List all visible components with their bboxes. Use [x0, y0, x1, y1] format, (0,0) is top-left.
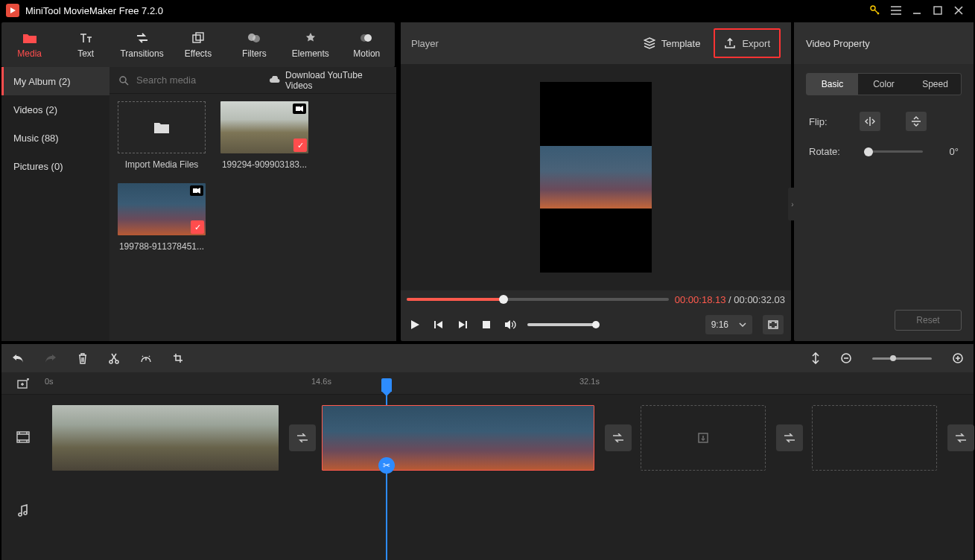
tab-label: Transitions	[120, 48, 163, 59]
media-label: 199788-911378451...	[117, 241, 206, 252]
sidebar-item-myalbum[interactable]: My Album (2)	[1, 67, 109, 95]
rotate-label: Rotate:	[809, 146, 851, 157]
play-button[interactable]	[408, 319, 422, 330]
tab-label: Motion	[353, 48, 380, 59]
volume-slider[interactable]	[527, 323, 596, 326]
properties-tabs: Basic Color Speed	[806, 73, 962, 95]
tab-filters[interactable]: Filters	[226, 22, 282, 67]
media-label: 199294-909903183...	[220, 159, 309, 170]
search-icon	[118, 75, 129, 86]
close-button[interactable]	[948, 0, 969, 21]
tab-media[interactable]: Media	[1, 22, 57, 67]
sidebar-item-pictures[interactable]: Pictures (0)	[1, 152, 109, 180]
transition-slot[interactable]	[289, 424, 316, 451]
aspect-ratio-select[interactable]: 9:16	[705, 315, 752, 334]
timeline-tracks[interactable]: ✂	[1, 395, 974, 560]
tab-elements[interactable]: Elements	[282, 22, 338, 67]
menu-icon[interactable]	[886, 0, 906, 21]
split-button[interactable]	[109, 352, 119, 364]
crop-button[interactable]	[173, 353, 183, 363]
split-indicator-icon[interactable]: ✂	[378, 457, 395, 474]
properties-panel: › Video Property Basic Color Speed Flip:…	[794, 22, 974, 341]
tab-color[interactable]: Color	[858, 74, 909, 95]
effects-icon	[192, 31, 204, 45]
tab-transitions[interactable]: Transitions	[114, 22, 170, 67]
aspect-value: 9:16	[711, 319, 728, 330]
svg-point-23	[115, 360, 118, 363]
transition-slot[interactable]	[776, 424, 803, 451]
flip-horizontal-button[interactable]	[860, 112, 880, 131]
template-button[interactable]: Template	[635, 31, 710, 55]
rotate-value: 0°	[936, 146, 959, 157]
fullscreen-button[interactable]	[763, 315, 784, 334]
transitions-icon	[136, 31, 149, 45]
app-logo	[6, 4, 19, 17]
seek-slider[interactable]	[407, 298, 669, 301]
export-icon	[724, 37, 736, 49]
export-button[interactable]: Export	[714, 28, 781, 58]
playhead-handle[interactable]	[381, 378, 392, 392]
clip-dropzone[interactable]	[812, 405, 937, 471]
svg-marker-16	[436, 321, 442, 328]
speed-button[interactable]	[140, 353, 152, 363]
reset-button[interactable]: Reset	[895, 310, 962, 331]
next-frame-button[interactable]	[456, 319, 469, 330]
tab-effects[interactable]: Effects	[170, 22, 226, 67]
svg-rect-19	[483, 321, 490, 328]
svg-point-8	[361, 34, 368, 42]
minimize-button[interactable]	[906, 0, 927, 21]
check-icon: ✓	[191, 220, 204, 234]
redo-button[interactable]	[45, 353, 57, 363]
tab-text[interactable]: Text	[57, 22, 113, 67]
tab-speed[interactable]: Speed	[909, 74, 961, 95]
player-title: Player	[411, 38, 635, 49]
media-item[interactable]: ✓ 199788-911378451...	[117, 183, 206, 252]
check-icon: ✓	[293, 139, 307, 152]
prev-frame-button[interactable]	[432, 319, 445, 330]
link-label: Download YouTube Videos	[285, 70, 387, 91]
rotate-slider[interactable]	[864, 150, 923, 153]
tab-basic[interactable]: Basic	[807, 74, 858, 95]
zoom-slider[interactable]	[872, 357, 932, 360]
tab-motion[interactable]: Motion	[339, 22, 395, 67]
sidebar-item-label: My Album (2)	[13, 76, 71, 87]
svg-rect-4	[196, 33, 203, 40]
download-youtube-link[interactable]: Download YouTube Videos	[269, 70, 387, 91]
ruler-mark: 14.6s	[311, 377, 331, 386]
filters-icon	[247, 31, 261, 45]
undo-button[interactable]	[12, 353, 24, 363]
add-track-button[interactable]	[1, 378, 45, 389]
svg-rect-18	[466, 321, 467, 328]
zoom-out-button[interactable]	[841, 353, 851, 363]
layers-icon	[644, 37, 655, 49]
search-input[interactable]	[135, 74, 263, 86]
sidebar-item-music[interactable]: Music (88)	[1, 124, 109, 152]
clip-dropzone[interactable]	[641, 405, 766, 471]
transition-slot[interactable]	[947, 424, 974, 451]
flip-vertical-button[interactable]	[906, 112, 927, 131]
timeline-clip[interactable]	[52, 405, 279, 471]
delete-button[interactable]	[77, 352, 88, 364]
svg-marker-17	[459, 321, 465, 328]
timeline-clip-selected[interactable]	[322, 405, 594, 471]
expand-panel-toggle[interactable]: ›	[788, 188, 797, 220]
media-label: Import Media Files	[117, 159, 206, 170]
stop-button[interactable]	[480, 320, 493, 329]
zoom-in-button[interactable]	[953, 353, 963, 363]
media-item[interactable]: ✓ 199294-909903183...	[220, 101, 309, 170]
timeline-ruler[interactable]: 0s 14.6s 32.1s	[1, 372, 974, 395]
volume-icon[interactable]	[504, 319, 517, 330]
preview-area[interactable]	[401, 64, 791, 290]
import-media-tile[interactable]: Import Media Files	[117, 101, 206, 170]
folder-icon	[22, 31, 37, 45]
fit-zoom-button[interactable]	[811, 352, 820, 364]
folder-icon	[153, 121, 170, 134]
button-label: Export	[742, 38, 770, 49]
maximize-button[interactable]	[927, 0, 948, 21]
transition-slot[interactable]	[605, 424, 632, 451]
tab-label: Effects	[185, 48, 212, 59]
sidebar-item-videos[interactable]: Videos (2)	[1, 95, 109, 124]
video-track-icon	[1, 431, 45, 443]
premium-key-icon[interactable]	[865, 0, 886, 21]
time-display: 00:00:18.13 / 00:00:32.03	[675, 294, 785, 305]
